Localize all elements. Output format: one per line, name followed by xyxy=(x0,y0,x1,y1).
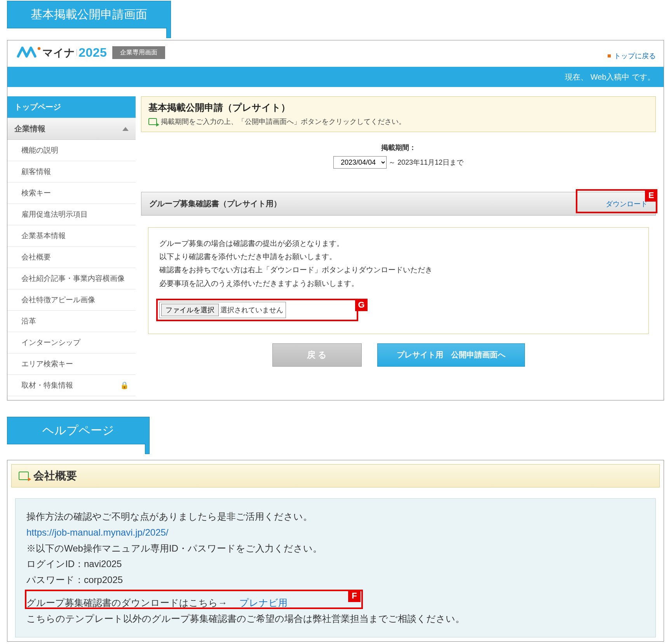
help-line: ※以下のWeb操作マニュアル専用ID・パスワードをご入力ください。 xyxy=(26,541,645,557)
sidebar-item-label: 機能の説明 xyxy=(21,145,58,155)
page-header-panel: 基本掲載公開申請（プレサイト） 掲載期間をご入力の上、「公開申請画面へ」ボタンを… xyxy=(141,96,656,132)
annotation-badge-f: F xyxy=(348,590,361,602)
section-bar-group-recruit-doc: グループ募集確認書（プレサイト用） ダウンロード E xyxy=(141,192,656,216)
sidebar-item[interactable]: 検索キー xyxy=(7,183,136,204)
sidebar-item-label: 企業基本情報 xyxy=(21,231,66,241)
sidebar-item-label: エリア検索キー xyxy=(21,359,73,369)
page-title: 基本掲載公開申請（プレサイト） xyxy=(148,101,648,114)
sidebar-item-label: 沿革 xyxy=(21,316,36,326)
manual-url-link[interactable]: https://job-manual.mynavi.jp/2025/ xyxy=(26,527,169,538)
help-line-password: パスワード：corp2025 xyxy=(26,572,645,588)
sidebar-item[interactable]: 会社概要 xyxy=(7,247,136,268)
sidebar-item[interactable]: 企業基本情報 xyxy=(7,225,136,247)
sidebar-item[interactable]: インターンシップ xyxy=(7,332,136,353)
download-link[interactable]: ダウンロード xyxy=(606,199,648,209)
company-only-badge: 企業専用画面 xyxy=(112,46,165,59)
back-to-top-link[interactable]: トップに戻る xyxy=(608,51,656,61)
annotation-badge-g: G xyxy=(355,299,368,311)
lock-icon: 🔒 xyxy=(120,381,129,390)
annotation-badge-e: E xyxy=(645,189,657,202)
annotation-tab-help-page: ヘルプページ xyxy=(7,417,150,444)
sidebar-item-label: 取材・特集情報 xyxy=(21,380,73,390)
section-bar-title: グループ募集確認書（プレサイト用） xyxy=(149,198,281,209)
screenshot-help-page: 会社概要 操作方法の確認やご不明な点がありましたら是非ご活用ください。 http… xyxy=(7,460,664,642)
note-line: 必要事項を記入のうえ添付いただきますようお願いします。 xyxy=(159,277,638,290)
sidebar-item[interactable]: 会社特徴アピール画像 xyxy=(7,289,136,311)
proceed-button-label: プレサイト用 公開申請画面へ xyxy=(397,350,505,360)
screenshot-application-screen: マイナビ 2025 企業専用画面 トップに戻る 現在、 Web入稿中 です。 ト… xyxy=(7,40,664,400)
svg-point-0 xyxy=(38,47,40,50)
note-line: 以下より確認書を添付いただき申請をお願いします。 xyxy=(159,250,638,263)
sidebar-top-page[interactable]: トップページ xyxy=(7,96,136,118)
sidebar-item-label: 顧客情報 xyxy=(21,167,51,177)
sidebar-item-label: インターンシップ xyxy=(21,338,80,348)
sidebar-item-label: 雇用促進法明示項目 xyxy=(21,209,88,219)
page-icon xyxy=(19,472,29,480)
sidebar-accordion-company-info[interactable]: 企業情報 xyxy=(7,118,136,140)
sidebar-item[interactable]: 会社紹介記事・事業内容横画像 xyxy=(7,268,136,289)
sidebar-item[interactable]: 顧客情報 xyxy=(7,161,136,183)
svg-text:マイナビ: マイナビ xyxy=(42,47,77,59)
help-download-prefix: グループ募集確認書のダウンロードはこちら→ xyxy=(26,597,237,608)
publish-period-suffix: ～ 2023年11月12日まで xyxy=(389,158,464,166)
sidebar-item-label: 検索キー xyxy=(21,188,51,198)
help-line: 操作方法の確認やご不明な点がありましたら是非ご活用ください。 xyxy=(26,509,645,525)
prenavi-download-link[interactable]: プレナビ用 xyxy=(239,597,288,608)
sidebar-item[interactable]: エリア検索キー xyxy=(7,353,136,375)
sidebar-item[interactable]: 沿革 xyxy=(7,311,136,332)
sidebar-item-label: 会社紹介記事・事業内容横画像 xyxy=(21,273,125,284)
choose-file-button[interactable]: ファイルを選択 xyxy=(161,304,219,316)
instruction-note-box: グループ募集の場合は確認書の提出が必須となります。 以下より確認書を添付いただき… xyxy=(148,227,649,334)
sidebar-item[interactable]: 雇用促進法明示項目 xyxy=(7,204,136,225)
publish-period-row: 掲載期間： 2023/04/04 ～ 2023年11月12日まで xyxy=(141,143,656,169)
chevron-up-icon xyxy=(122,127,129,131)
annotation-tab-application-screen: 基本掲載公開申請画面 xyxy=(7,1,171,28)
back-button-label: 戻 る xyxy=(307,349,327,361)
site-header: マイナビ 2025 企業専用画面 トップに戻る xyxy=(7,40,664,67)
file-upload-row: ファイルを選択 選択されていません G xyxy=(159,302,286,318)
back-button[interactable]: 戻 る xyxy=(272,343,362,367)
help-header-bar: 会社概要 xyxy=(11,464,660,487)
annotation-tab-label: ヘルプページ xyxy=(42,424,114,437)
help-line-login-id: ログインID：navi2025 xyxy=(26,556,645,572)
sidebar-accordion-label: 企業情報 xyxy=(14,124,45,134)
mynavi-logo-icon: マイナビ xyxy=(17,44,77,61)
sidebar-item[interactable]: 取材・特集情報 🔒 xyxy=(7,375,136,396)
note-line: グループ募集の場合は確認書の提出が必須となります。 xyxy=(159,237,638,250)
file-status-text: 選択されていません xyxy=(219,305,283,315)
proceed-button[interactable]: プレサイト用 公開申請画面へ xyxy=(377,343,525,367)
help-line: こちらのテンプレート以外のグループ募集確認書のご希望の場合は弊社営業担当までご相… xyxy=(26,611,645,627)
logo-year: 2025 xyxy=(78,45,107,60)
action-button-row: 戻 る プレサイト用 公開申請画面へ xyxy=(141,343,656,367)
page-subtitle: 掲載期間をご入力の上、「公開申請画面へ」ボタンをクリックしてください。 xyxy=(161,117,406,126)
status-strip: 現在、 Web入稿中 です。 xyxy=(7,67,664,87)
publish-period-select[interactable]: 2023/04/04 xyxy=(333,156,387,169)
sidebar-item-label: 会社特徴アピール画像 xyxy=(21,295,95,305)
help-body: 操作方法の確認やご不明な点がありましたら是非ご活用ください。 https://j… xyxy=(15,498,656,637)
sidebar-item[interactable]: 機能の説明 xyxy=(7,140,136,161)
sidebar-item-label: 会社概要 xyxy=(21,252,51,262)
annotation-tab-label: 基本掲載公開申請画面 xyxy=(31,8,147,21)
main-area: 基本掲載公開申請（プレサイト） 掲載期間をご入力の上、「公開申請画面へ」ボタンを… xyxy=(141,96,659,396)
note-line: 確認書をお持ちでない方は右上「ダウンロード」ボタンよりダウンロードいただき xyxy=(159,263,638,277)
sidebar: トップページ 企業情報 機能の説明 顧客情報 検索キー 雇用促進法明示項目 企業… xyxy=(7,96,136,396)
status-strip-text: 現在、 Web入稿中 です。 xyxy=(565,72,655,82)
publish-period-label: 掲載期間： xyxy=(141,143,656,152)
arrow-note-icon xyxy=(148,118,157,125)
help-page-title: 会社概要 xyxy=(33,468,77,483)
